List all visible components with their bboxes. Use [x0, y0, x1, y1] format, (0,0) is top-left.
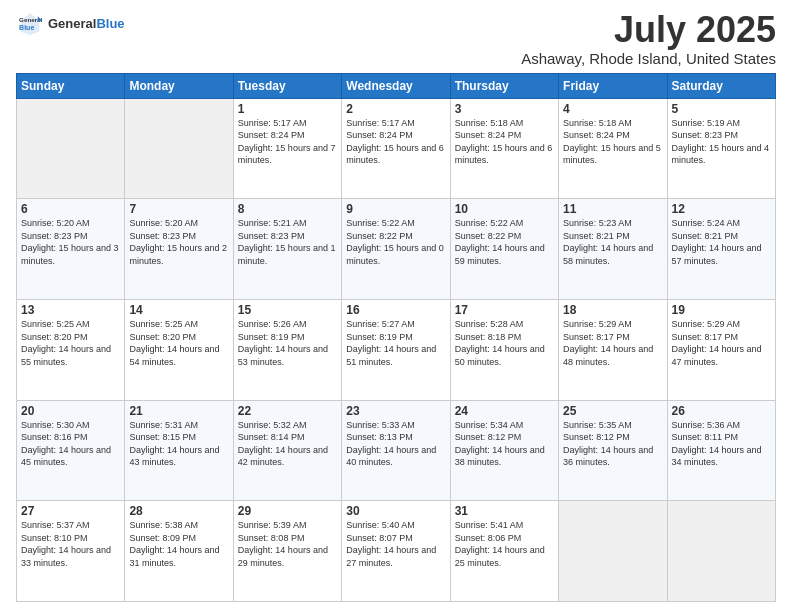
- logo-icon: General Blue: [16, 10, 44, 38]
- col-monday: Monday: [125, 73, 233, 98]
- calendar-table: Sunday Monday Tuesday Wednesday Thursday…: [16, 73, 776, 602]
- day-number: 22: [238, 404, 337, 418]
- calendar-cell: 21Sunrise: 5:31 AMSunset: 8:15 PMDayligh…: [125, 400, 233, 501]
- day-number: 4: [563, 102, 662, 116]
- day-number: 1: [238, 102, 337, 116]
- day-number: 5: [672, 102, 771, 116]
- calendar-cell: 10Sunrise: 5:22 AMSunset: 8:22 PMDayligh…: [450, 199, 558, 300]
- calendar-cell: 27Sunrise: 5:37 AMSunset: 8:10 PMDayligh…: [17, 501, 125, 602]
- day-info: Sunrise: 5:20 AMSunset: 8:23 PMDaylight:…: [21, 217, 120, 267]
- day-info: Sunrise: 5:22 AMSunset: 8:22 PMDaylight:…: [455, 217, 554, 267]
- col-friday: Friday: [559, 73, 667, 98]
- day-number: 12: [672, 202, 771, 216]
- calendar-cell: 11Sunrise: 5:23 AMSunset: 8:21 PMDayligh…: [559, 199, 667, 300]
- day-info: Sunrise: 5:21 AMSunset: 8:23 PMDaylight:…: [238, 217, 337, 267]
- logo-blue: Blue: [96, 16, 124, 31]
- calendar-cell: 30Sunrise: 5:40 AMSunset: 8:07 PMDayligh…: [342, 501, 450, 602]
- calendar-week-3: 13Sunrise: 5:25 AMSunset: 8:20 PMDayligh…: [17, 299, 776, 400]
- calendar-cell: 19Sunrise: 5:29 AMSunset: 8:17 PMDayligh…: [667, 299, 775, 400]
- col-saturday: Saturday: [667, 73, 775, 98]
- day-number: 21: [129, 404, 228, 418]
- day-info: Sunrise: 5:40 AMSunset: 8:07 PMDaylight:…: [346, 519, 445, 569]
- day-info: Sunrise: 5:29 AMSunset: 8:17 PMDaylight:…: [672, 318, 771, 368]
- calendar-cell: 2Sunrise: 5:17 AMSunset: 8:24 PMDaylight…: [342, 98, 450, 199]
- day-info: Sunrise: 5:22 AMSunset: 8:22 PMDaylight:…: [346, 217, 445, 267]
- day-number: 28: [129, 504, 228, 518]
- day-number: 6: [21, 202, 120, 216]
- calendar-cell: 12Sunrise: 5:24 AMSunset: 8:21 PMDayligh…: [667, 199, 775, 300]
- day-info: Sunrise: 5:19 AMSunset: 8:23 PMDaylight:…: [672, 117, 771, 167]
- day-info: Sunrise: 5:29 AMSunset: 8:17 PMDaylight:…: [563, 318, 662, 368]
- day-info: Sunrise: 5:18 AMSunset: 8:24 PMDaylight:…: [455, 117, 554, 167]
- calendar-cell: 8Sunrise: 5:21 AMSunset: 8:23 PMDaylight…: [233, 199, 341, 300]
- day-number: 9: [346, 202, 445, 216]
- calendar-cell: [667, 501, 775, 602]
- calendar-cell: 9Sunrise: 5:22 AMSunset: 8:22 PMDaylight…: [342, 199, 450, 300]
- calendar-cell: 16Sunrise: 5:27 AMSunset: 8:19 PMDayligh…: [342, 299, 450, 400]
- calendar-cell: 22Sunrise: 5:32 AMSunset: 8:14 PMDayligh…: [233, 400, 341, 501]
- day-number: 2: [346, 102, 445, 116]
- col-sunday: Sunday: [17, 73, 125, 98]
- day-info: Sunrise: 5:31 AMSunset: 8:15 PMDaylight:…: [129, 419, 228, 469]
- day-info: Sunrise: 5:20 AMSunset: 8:23 PMDaylight:…: [129, 217, 228, 267]
- day-number: 19: [672, 303, 771, 317]
- calendar-cell: 1Sunrise: 5:17 AMSunset: 8:24 PMDaylight…: [233, 98, 341, 199]
- day-info: Sunrise: 5:38 AMSunset: 8:09 PMDaylight:…: [129, 519, 228, 569]
- calendar-cell: 28Sunrise: 5:38 AMSunset: 8:09 PMDayligh…: [125, 501, 233, 602]
- calendar-cell: 5Sunrise: 5:19 AMSunset: 8:23 PMDaylight…: [667, 98, 775, 199]
- day-number: 10: [455, 202, 554, 216]
- day-number: 8: [238, 202, 337, 216]
- calendar-cell: 3Sunrise: 5:18 AMSunset: 8:24 PMDaylight…: [450, 98, 558, 199]
- day-info: Sunrise: 5:37 AMSunset: 8:10 PMDaylight:…: [21, 519, 120, 569]
- col-thursday: Thursday: [450, 73, 558, 98]
- day-number: 24: [455, 404, 554, 418]
- day-number: 29: [238, 504, 337, 518]
- calendar-cell: [17, 98, 125, 199]
- calendar-cell: 15Sunrise: 5:26 AMSunset: 8:19 PMDayligh…: [233, 299, 341, 400]
- calendar-cell: 6Sunrise: 5:20 AMSunset: 8:23 PMDaylight…: [17, 199, 125, 300]
- day-number: 18: [563, 303, 662, 317]
- day-info: Sunrise: 5:26 AMSunset: 8:19 PMDaylight:…: [238, 318, 337, 368]
- calendar-cell: 17Sunrise: 5:28 AMSunset: 8:18 PMDayligh…: [450, 299, 558, 400]
- day-info: Sunrise: 5:41 AMSunset: 8:06 PMDaylight:…: [455, 519, 554, 569]
- page-title: July 2025: [521, 10, 776, 50]
- day-number: 27: [21, 504, 120, 518]
- logo: General Blue GeneralBlue: [16, 10, 125, 38]
- calendar-cell: 7Sunrise: 5:20 AMSunset: 8:23 PMDaylight…: [125, 199, 233, 300]
- day-number: 20: [21, 404, 120, 418]
- day-info: Sunrise: 5:17 AMSunset: 8:24 PMDaylight:…: [346, 117, 445, 167]
- day-info: Sunrise: 5:18 AMSunset: 8:24 PMDaylight:…: [563, 117, 662, 167]
- calendar-cell: 24Sunrise: 5:34 AMSunset: 8:12 PMDayligh…: [450, 400, 558, 501]
- day-number: 23: [346, 404, 445, 418]
- calendar-cell: 29Sunrise: 5:39 AMSunset: 8:08 PMDayligh…: [233, 501, 341, 602]
- calendar-cell: 25Sunrise: 5:35 AMSunset: 8:12 PMDayligh…: [559, 400, 667, 501]
- day-number: 14: [129, 303, 228, 317]
- day-info: Sunrise: 5:36 AMSunset: 8:11 PMDaylight:…: [672, 419, 771, 469]
- col-tuesday: Tuesday: [233, 73, 341, 98]
- calendar-cell: 13Sunrise: 5:25 AMSunset: 8:20 PMDayligh…: [17, 299, 125, 400]
- day-number: 30: [346, 504, 445, 518]
- calendar-cell: 4Sunrise: 5:18 AMSunset: 8:24 PMDaylight…: [559, 98, 667, 199]
- calendar-week-1: 1Sunrise: 5:17 AMSunset: 8:24 PMDaylight…: [17, 98, 776, 199]
- calendar-cell: 20Sunrise: 5:30 AMSunset: 8:16 PMDayligh…: [17, 400, 125, 501]
- day-number: 13: [21, 303, 120, 317]
- calendar-week-2: 6Sunrise: 5:20 AMSunset: 8:23 PMDaylight…: [17, 199, 776, 300]
- page-subtitle: Ashaway, Rhode Island, United States: [521, 50, 776, 67]
- calendar-cell: 31Sunrise: 5:41 AMSunset: 8:06 PMDayligh…: [450, 501, 558, 602]
- day-number: 11: [563, 202, 662, 216]
- day-number: 7: [129, 202, 228, 216]
- svg-text:Blue: Blue: [19, 24, 34, 31]
- day-info: Sunrise: 5:23 AMSunset: 8:21 PMDaylight:…: [563, 217, 662, 267]
- day-info: Sunrise: 5:34 AMSunset: 8:12 PMDaylight:…: [455, 419, 554, 469]
- calendar-cell: 14Sunrise: 5:25 AMSunset: 8:20 PMDayligh…: [125, 299, 233, 400]
- title-block: July 2025 Ashaway, Rhode Island, United …: [521, 10, 776, 67]
- logo-general: General: [48, 16, 96, 31]
- day-info: Sunrise: 5:30 AMSunset: 8:16 PMDaylight:…: [21, 419, 120, 469]
- calendar-cell: 26Sunrise: 5:36 AMSunset: 8:11 PMDayligh…: [667, 400, 775, 501]
- calendar-week-4: 20Sunrise: 5:30 AMSunset: 8:16 PMDayligh…: [17, 400, 776, 501]
- calendar-cell: [559, 501, 667, 602]
- day-info: Sunrise: 5:32 AMSunset: 8:14 PMDaylight:…: [238, 419, 337, 469]
- day-info: Sunrise: 5:25 AMSunset: 8:20 PMDaylight:…: [129, 318, 228, 368]
- day-number: 26: [672, 404, 771, 418]
- day-info: Sunrise: 5:28 AMSunset: 8:18 PMDaylight:…: [455, 318, 554, 368]
